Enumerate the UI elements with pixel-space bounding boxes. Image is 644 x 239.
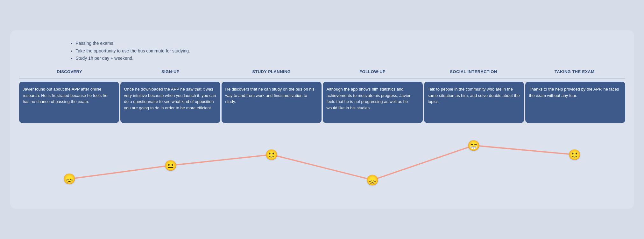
story-box-taking-the-exam: Thanks to the help provided by the APP, … (525, 82, 625, 123)
stage-header-social-interaction: SOCIAL INTERACTION (423, 68, 524, 75)
stage-header-follow-up: FOLLOW-UP (322, 68, 423, 75)
stage-headers: DISCOVERY SIGN-UP STUDY PLANNING FOLLOW-… (19, 68, 625, 79)
expectation-item-1: Passing the exams. (76, 40, 190, 47)
story-box-study-planning: He discovers that he can study on the bu… (222, 82, 322, 123)
expectations-list: Passing the exams. Take the opportunity … (70, 40, 190, 62)
expectations-label (19, 40, 70, 40)
expectation-item-2: Take the opportunity to use the bus comm… (76, 47, 190, 55)
story-box-discovery: Javier found out about the APP after onl… (19, 82, 119, 123)
journey-map: Passing the exams. Take the opportunity … (10, 30, 634, 209)
stage-header-sign-up: SIGN-UP (120, 68, 221, 75)
story-box-social-interaction: Talk to people in the community who are … (424, 82, 524, 123)
story-box-follow-up: Although the app shows him statistics an… (323, 82, 423, 123)
stage-header-taking-the-exam: TAKING THE EXAM (524, 68, 625, 75)
chart-svg (19, 123, 625, 202)
stage-header-discovery: DISCOVERY (19, 68, 120, 75)
top-section: Passing the exams. Take the opportunity … (19, 40, 625, 62)
emotion-chart: 😞😐🙂😞😁🙂 (19, 123, 625, 202)
expectation-item-3: Study 1h per day + weekend. (76, 55, 190, 62)
story-box-sign-up: Once he downloaded the APP he saw that i… (120, 82, 220, 123)
story-boxes: Javier found out about the APP after onl… (19, 82, 625, 123)
stage-header-study-planning: STUDY PLANNING (221, 68, 322, 75)
